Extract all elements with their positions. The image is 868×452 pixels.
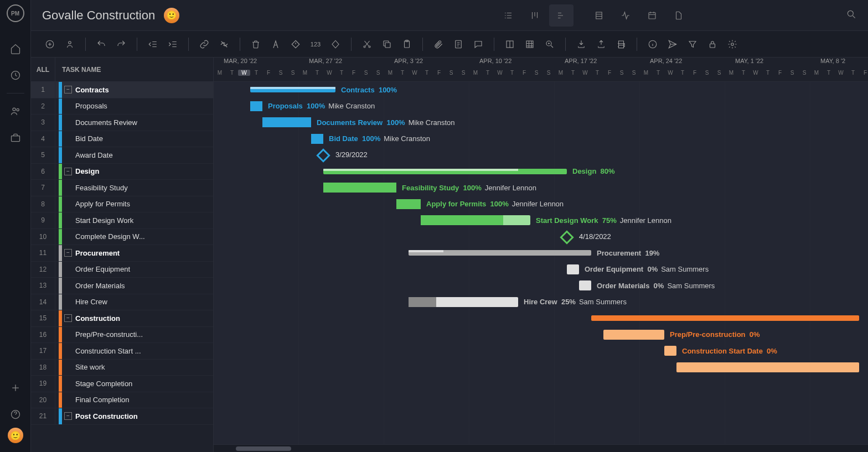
settings-icon[interactable] xyxy=(725,37,740,52)
task-row[interactable]: 12Order Equipment xyxy=(31,262,213,278)
help-icon[interactable] xyxy=(0,401,31,428)
user-avatar[interactable]: 🙂 xyxy=(8,428,23,443)
view-list-icon[interactable] xyxy=(496,4,520,27)
assign-icon[interactable] xyxy=(62,37,78,52)
collapse-toggle[interactable]: − xyxy=(64,314,72,322)
task-row[interactable]: 20Final Completion xyxy=(31,392,213,409)
task-bar[interactable] xyxy=(311,134,323,144)
people-icon[interactable] xyxy=(0,98,31,124)
view-board-icon[interactable] xyxy=(523,4,547,27)
tag-icon[interactable] xyxy=(288,37,303,52)
svg-point-22 xyxy=(731,43,734,45)
task-row[interactable]: 1−Contracts xyxy=(31,82,213,98)
task-bar[interactable] xyxy=(567,264,579,274)
task-row[interactable]: 4Bid Date xyxy=(31,131,213,148)
task-list-panel: ALL TASK NAME 1−Contracts2Proposals3Docu… xyxy=(31,58,214,452)
home-icon[interactable] xyxy=(0,35,31,62)
print-icon[interactable] xyxy=(613,37,629,52)
summary-bar[interactable] xyxy=(591,315,859,321)
task-row[interactable]: 2Proposals xyxy=(31,98,213,115)
milestone[interactable] xyxy=(316,148,330,162)
task-bar[interactable] xyxy=(603,330,664,340)
task-row[interactable]: 19Stage Completion xyxy=(31,376,213,392)
task-row[interactable]: 8Apply for Permits xyxy=(31,196,213,213)
svg-point-2 xyxy=(17,108,19,111)
column-taskname[interactable]: TASK NAME xyxy=(55,66,101,74)
task-bar[interactable] xyxy=(676,362,859,372)
task-bar[interactable] xyxy=(250,101,262,111)
clock-icon[interactable] xyxy=(0,62,31,89)
task-row[interactable]: 6−Design xyxy=(31,164,213,180)
diamond-icon[interactable] xyxy=(328,37,343,52)
view-file-icon[interactable] xyxy=(666,4,691,27)
task-row[interactable]: 5Award Date xyxy=(31,147,213,164)
task-bar[interactable] xyxy=(396,199,421,209)
app-logo[interactable]: PM xyxy=(7,4,24,22)
task-row[interactable]: 14Hire Crew xyxy=(31,294,213,311)
task-row[interactable]: 17Construction Start ... xyxy=(31,343,213,360)
attach-icon[interactable] xyxy=(431,37,446,52)
svg-point-1 xyxy=(13,108,16,111)
topbar: Govalle Construction 🙂 xyxy=(31,0,868,31)
collapse-toggle[interactable]: − xyxy=(64,168,72,175)
task-row[interactable]: 3Documents Review xyxy=(31,115,213,131)
search-icon[interactable] xyxy=(846,9,857,22)
horizontal-scrollbar[interactable] xyxy=(214,444,868,452)
copy-icon[interactable] xyxy=(379,37,395,52)
milestone[interactable] xyxy=(560,230,574,244)
columns-icon[interactable] xyxy=(502,37,518,52)
view-gantt-icon[interactable] xyxy=(549,4,574,27)
lock-icon[interactable] xyxy=(705,37,720,52)
info-icon[interactable] xyxy=(645,37,660,52)
task-bar[interactable] xyxy=(262,117,311,127)
export-icon[interactable] xyxy=(593,37,609,52)
column-all[interactable]: ALL xyxy=(31,58,55,81)
task-bar[interactable] xyxy=(664,346,676,356)
comment-icon[interactable] xyxy=(471,37,486,52)
filter-icon[interactable] xyxy=(685,37,700,52)
view-calendar-icon[interactable] xyxy=(640,4,664,27)
task-row[interactable]: 16Prep/Pre-constructi... xyxy=(31,327,213,344)
task-row[interactable]: 13Order Materials xyxy=(31,278,213,294)
project-owner-avatar[interactable]: 🙂 xyxy=(164,8,179,23)
link-icon[interactable] xyxy=(197,37,212,52)
task-bar[interactable] xyxy=(409,297,518,307)
unlink-icon[interactable] xyxy=(216,37,232,52)
briefcase-icon[interactable] xyxy=(0,124,31,151)
task-row[interactable]: 21−Post Construction xyxy=(31,408,213,425)
add-icon[interactable] xyxy=(0,375,31,401)
task-row[interactable]: 7Feasibility Study xyxy=(31,180,213,196)
svg-point-10 xyxy=(364,46,365,48)
task-bar[interactable] xyxy=(579,280,591,290)
task-row[interactable]: 11−Procurement xyxy=(31,245,213,262)
grid-icon[interactable] xyxy=(522,37,538,52)
task-bar[interactable] xyxy=(323,183,396,193)
summary-bar[interactable] xyxy=(409,250,591,256)
view-sheet-icon[interactable] xyxy=(587,4,611,27)
collapse-toggle[interactable]: − xyxy=(64,412,72,420)
send-icon[interactable] xyxy=(665,37,680,52)
add-task-icon[interactable] xyxy=(42,37,58,52)
collapse-toggle[interactable]: − xyxy=(64,249,72,257)
view-activity-icon[interactable] xyxy=(613,4,638,27)
summary-bar[interactable] xyxy=(250,87,335,92)
summary-bar[interactable] xyxy=(323,169,567,174)
note-icon[interactable] xyxy=(451,37,466,52)
collapse-toggle[interactable]: − xyxy=(64,86,72,93)
task-row[interactable]: 15−Construction xyxy=(31,310,213,327)
paste-icon[interactable] xyxy=(399,37,415,52)
outdent-icon[interactable] xyxy=(145,37,161,52)
import-icon[interactable] xyxy=(574,37,589,52)
delete-icon[interactable] xyxy=(248,37,264,52)
undo-icon[interactable] xyxy=(94,37,109,52)
redo-icon[interactable] xyxy=(113,37,129,52)
task-bar[interactable] xyxy=(421,215,530,225)
number-icon[interactable]: 123 xyxy=(308,37,323,52)
text-style-icon[interactable] xyxy=(268,37,283,52)
task-row[interactable]: 18Site work xyxy=(31,360,213,376)
task-row[interactable]: 10Complete Design W... xyxy=(31,229,213,246)
task-row[interactable]: 9Start Design Work xyxy=(31,212,213,229)
cut-icon[interactable] xyxy=(359,37,375,52)
indent-icon[interactable] xyxy=(165,37,180,52)
zoom-icon[interactable] xyxy=(542,37,557,52)
